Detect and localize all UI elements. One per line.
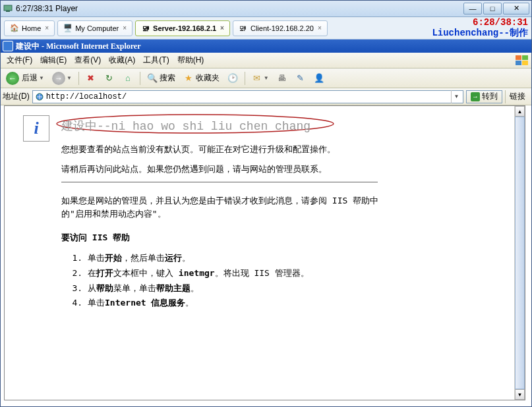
ie-content-area: i 建设中--ni hao wo shi liu chen chang 您想要查…	[4, 105, 525, 400]
recording-overlay: 6:28/38:31 Liuchenchang--制作	[432, 17, 528, 38]
back-label: 后退	[22, 72, 38, 84]
menu-favorites[interactable]: 收藏(A)	[105, 53, 139, 67]
ie-title-text: 建设中 - Microsoft Internet Explorer	[16, 41, 141, 52]
tab-label: Server-192.168.2.1	[153, 24, 216, 32]
paragraph-2: 请稍后再访问此站点。如果您仍然遇到问题，请与网站的管理员联系。	[61, 163, 391, 176]
address-field[interactable]: ▼	[32, 90, 463, 103]
svg-rect-4	[516, 61, 521, 65]
home-icon: 🏠	[10, 24, 19, 33]
tab-label: Home	[22, 24, 41, 32]
steps-list: 单击开始，然后单击运行。 在打开文本框中，键入 inetmgr。将出现 IIS …	[88, 252, 494, 310]
star-icon: ★	[183, 73, 194, 84]
separator	[78, 72, 79, 85]
svg-rect-0	[4, 5, 12, 11]
windows-logo-icon	[514, 54, 531, 67]
back-button[interactable]: ← 后退 ▼	[3, 71, 47, 86]
tab-close-icon[interactable]: ×	[220, 24, 224, 32]
menu-help[interactable]: 帮助(H)	[173, 53, 208, 67]
page-body: i 建设中--ni hao wo shi liu chen chang 您想要查…	[5, 106, 514, 400]
close-button[interactable]: ✕	[503, 3, 529, 14]
separator	[140, 72, 140, 85]
tab-my-computer[interactable]: 🖥️ My Computer ×	[57, 20, 133, 36]
edit-button[interactable]: ✎	[292, 71, 309, 86]
mail-icon: ✉	[252, 73, 262, 84]
vertical-scrollbar[interactable]: ▲ ▼	[514, 106, 525, 400]
overlay-author: Liuchenchang--制作	[432, 28, 528, 38]
favorites-label: 收藏夹	[196, 72, 220, 84]
iis-help-heading: 要访问 IIS 帮助	[61, 232, 494, 244]
stop-button[interactable]: ✖	[82, 71, 100, 86]
ie-toolbar: ← 后退 ▼ → ▼ ✖ ↻ ⌂ 🔍 搜索 ★ 收藏夹 🕑 ✉▼ 🖶 ✎ 👤	[0, 68, 532, 88]
address-label: 地址(D)	[3, 91, 30, 102]
tab-label: My Computer	[75, 24, 119, 32]
dropdown-arrow-icon: ▼	[264, 75, 269, 81]
print-icon: 🖶	[277, 73, 287, 84]
svg-rect-5	[522, 61, 528, 65]
player-title: 6:27/38:31 Player	[16, 4, 463, 13]
forward-button[interactable]: → ▼	[49, 71, 75, 86]
player-app-icon	[3, 3, 13, 14]
scroll-up-button[interactable]: ▲	[515, 106, 525, 117]
tab-client[interactable]: 🖳 Client-192.168.2.20 ×	[233, 20, 328, 36]
page-icon	[34, 92, 45, 102]
heading-row: 建设中--ni hao wo shi liu chen chang	[61, 118, 494, 134]
ie-addressbar: 地址(D) ▼ → 转到 链接	[0, 88, 532, 105]
search-label: 搜索	[160, 72, 175, 84]
go-label: 转到	[482, 91, 498, 102]
home-button[interactable]: ⌂	[119, 71, 136, 86]
tab-server[interactable]: 🖳 Server-192.168.2.1 ×	[135, 20, 230, 36]
home-icon: ⌂	[123, 73, 133, 84]
url-input[interactable]	[46, 92, 451, 101]
mail-button[interactable]: ✉▼	[249, 71, 272, 86]
info-icon-box: i	[23, 115, 49, 142]
ie-app-icon	[3, 41, 13, 51]
menu-edit[interactable]: 编辑(E)	[36, 53, 71, 67]
client-icon: 🖳	[239, 24, 248, 33]
dropdown-arrow-icon: ▼	[67, 75, 72, 81]
links-button[interactable]: 链接	[505, 90, 529, 103]
tab-close-icon[interactable]: ×	[45, 24, 49, 32]
history-button[interactable]: 🕑	[224, 71, 241, 86]
window-controls: — □ ✕	[463, 3, 529, 14]
back-arrow-icon: ←	[6, 72, 19, 85]
ie-titlebar: 建设中 - Microsoft Internet Explorer	[0, 40, 532, 53]
computer-icon: 🖥️	[63, 24, 73, 33]
search-button[interactable]: 🔍 搜索	[144, 71, 179, 86]
info-i-icon: i	[34, 119, 38, 138]
minimize-button[interactable]: —	[463, 3, 482, 14]
divider	[61, 182, 378, 182]
menu-file[interactable]: 文件(F)	[3, 53, 36, 67]
step-2: 在打开文本框中，键入 inetmgr。将出现 IIS 管理器。	[88, 267, 494, 281]
svg-rect-3	[522, 55, 528, 60]
links-label: 链接	[510, 91, 525, 102]
tab-label: Client-192.168.2.20	[251, 24, 314, 32]
tab-close-icon[interactable]: ×	[123, 24, 127, 32]
address-dropdown-button[interactable]: ▼	[451, 90, 461, 103]
favorites-button[interactable]: ★ 收藏夹	[180, 71, 223, 86]
svg-rect-2	[516, 55, 521, 60]
player-titlebar: 6:27/38:31 Player — □ ✕	[0, 0, 532, 17]
paragraph-3: 如果您是网站的管理员，并且认为您是由于错误才收到此消息，请参阅 IIS 帮助中的…	[61, 194, 391, 220]
go-button[interactable]: → 转到	[466, 90, 502, 103]
messenger-icon: 👤	[314, 73, 324, 84]
refresh-button[interactable]: ↻	[101, 71, 118, 86]
messenger-button[interactable]: 👤	[310, 71, 328, 86]
search-icon: 🔍	[147, 73, 158, 84]
menu-view[interactable]: 查看(V)	[71, 53, 105, 67]
separator	[245, 72, 245, 85]
forward-arrow-icon: →	[52, 72, 65, 85]
ie-menubar: 文件(F) 编辑(E) 查看(V) 收藏(A) 工具(T) 帮助(H)	[0, 53, 532, 68]
scroll-thumb[interactable]	[515, 117, 525, 389]
server-icon: 🖳	[141, 24, 150, 33]
print-button[interactable]: 🖶	[274, 71, 291, 86]
stop-icon: ✖	[86, 73, 96, 84]
menu-tools[interactable]: 工具(T)	[139, 53, 173, 67]
step-1: 单击开始，然后单击运行。	[88, 252, 494, 265]
overlay-time: 6:28/38:31	[432, 17, 528, 28]
tab-close-icon[interactable]: ×	[318, 24, 322, 32]
dropdown-arrow-icon: ▼	[39, 75, 44, 81]
tab-home[interactable]: 🏠 Home ×	[4, 20, 55, 36]
maximize-button[interactable]: □	[483, 3, 502, 14]
scroll-down-button[interactable]: ▼	[515, 389, 525, 400]
history-icon: 🕑	[227, 73, 238, 84]
